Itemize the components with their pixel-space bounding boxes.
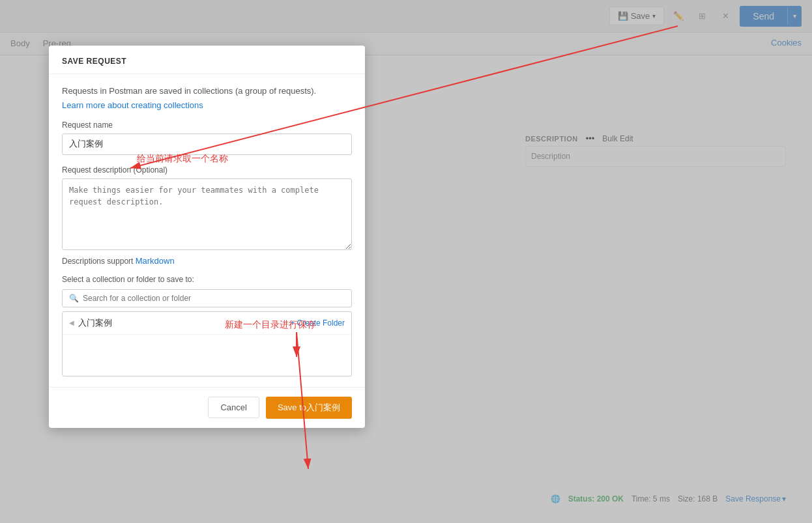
collection-item[interactable]: ◀ 入门案例 + Create Folder xyxy=(63,312,351,335)
caret-icon: ◀ xyxy=(69,319,74,326)
markdown-hint: Descriptions support Markdown xyxy=(62,256,352,266)
learn-more-link[interactable]: Learn more about creating collections xyxy=(62,100,203,110)
modal-title: SAVE REQUEST xyxy=(62,57,126,66)
request-name-group: Request name xyxy=(62,120,352,155)
request-description-textarea[interactable] xyxy=(62,178,352,250)
collection-search-box[interactable]: 🔍 xyxy=(62,289,352,307)
request-description-group: Request description (Optional) Descripti… xyxy=(62,165,352,266)
request-name-input[interactable] xyxy=(62,134,352,155)
create-folder-button[interactable]: + Create Folder xyxy=(290,318,345,328)
save-to-button[interactable]: Save to入门案例 xyxy=(266,397,352,419)
collection-search-input[interactable] xyxy=(83,294,345,303)
collection-name: 入门案例 xyxy=(78,317,112,329)
modal-footer: Cancel Save to入门案例 xyxy=(49,387,365,428)
cancel-button[interactable]: Cancel xyxy=(208,397,259,418)
request-name-label: Request name xyxy=(62,120,352,130)
modal-body: Requests in Postman are saved in collect… xyxy=(49,74,365,387)
markdown-link[interactable]: Markdown xyxy=(136,256,175,266)
search-icon: 🔍 xyxy=(69,294,79,303)
modal-intro-text: Requests in Postman are saved in collect… xyxy=(62,85,352,98)
collection-item-left: ◀ 入门案例 xyxy=(69,317,112,329)
collection-section: Select a collection or folder to save to… xyxy=(62,275,352,376)
collection-list: ◀ 入门案例 + Create Folder xyxy=(62,311,352,376)
request-description-label: Request description (Optional) xyxy=(62,165,352,175)
save-request-modal: SAVE REQUEST Requests in Postman are sav… xyxy=(49,46,365,428)
collection-label: Select a collection or folder to save to… xyxy=(62,275,352,284)
modal-header: SAVE REQUEST xyxy=(49,46,365,74)
